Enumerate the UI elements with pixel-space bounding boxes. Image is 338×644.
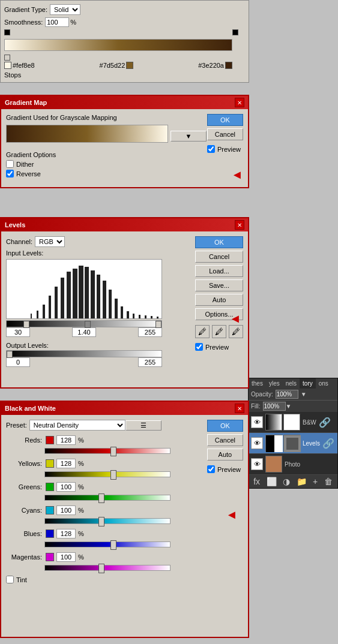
layer-mask-1 [283, 414, 300, 431]
reds-slider-thumb[interactable] [110, 447, 116, 456]
preset-menu-btn[interactable]: ☰ [125, 420, 161, 431]
magentas-input[interactable] [56, 552, 76, 562]
fill-dropdown[interactable]: ▼ [286, 403, 292, 410]
cyans-label: Cyans: [6, 507, 42, 514]
layer-item-3[interactable]: 👁 Photo [249, 454, 337, 475]
greens-slider-thumb[interactable] [98, 493, 104, 503]
greens-label: Greens: [6, 483, 42, 490]
levels-close-button[interactable]: ✕ [235, 220, 244, 230]
dither-checkbox[interactable] [6, 160, 14, 168]
levels-ok-button[interactable]: OK [195, 236, 243, 248]
input-low-thumb[interactable] [23, 321, 29, 328]
input-high-value[interactable] [138, 327, 162, 337]
smoothness-input[interactable] [45, 17, 69, 27]
magentas-slider-thumb[interactable] [98, 564, 104, 573]
output-low-value[interactable] [6, 357, 30, 367]
levels-preview-checkbox[interactable] [195, 343, 203, 351]
tab-thes[interactable]: thes [249, 378, 266, 389]
bw-auto-button[interactable]: Auto [207, 449, 243, 461]
gradient-map-dialog: Gradient Map ✕ Gradient Used for Graysca… [0, 95, 249, 188]
bw-cancel-button[interactable]: Cancel [207, 434, 243, 446]
preset-select[interactable]: Neutral Density [29, 420, 125, 431]
input-high-thumb[interactable] [155, 321, 161, 328]
white-eyedropper[interactable]: 🖉 [229, 325, 243, 338]
gradient-map-titlebar[interactable]: Gradient Map ✕ [1, 96, 248, 109]
output-levels-slider[interactable] [6, 350, 162, 357]
output-low-thumb[interactable] [7, 351, 13, 358]
yellows-slider-thumb[interactable] [110, 470, 116, 480]
levels-load-button[interactable]: Load... [195, 265, 243, 277]
gradient-map-ok-button[interactable]: OK [207, 114, 243, 126]
gradient-map-preview-checkbox[interactable] [207, 145, 215, 153]
layer-visibility-3[interactable]: 👁 [251, 458, 263, 470]
gradient-type-select[interactable]: Solid [50, 4, 80, 15]
blues-slider-thumb[interactable] [110, 540, 116, 550]
delete-layer-btn[interactable]: 🗑 [324, 477, 333, 486]
gradient-map-cancel-button[interactable]: Cancel [207, 128, 243, 140]
tab-nels[interactable]: nels [283, 378, 300, 389]
gradient-map-close-button[interactable]: ✕ [235, 98, 244, 107]
output-high-value[interactable] [138, 357, 162, 367]
add-style-btn[interactable]: fx [253, 477, 260, 486]
tint-row: Tint [6, 576, 180, 583]
opacity-dropdown[interactable]: ▼ [301, 391, 307, 398]
cyans-slider-thumb[interactable] [98, 517, 104, 526]
tab-yles[interactable]: yles [266, 378, 283, 389]
bw-titlebar[interactable]: Black and White ✕ [1, 402, 248, 415]
bw-close-button[interactable]: ✕ [235, 404, 244, 413]
svg-rect-6 [55, 287, 58, 319]
levels-titlebar[interactable]: Levels ✕ [1, 218, 248, 231]
color-stop-2[interactable]: #7d5d22 [100, 62, 134, 69]
tint-checkbox[interactable] [6, 576, 14, 583]
opacity-input[interactable] [276, 390, 298, 399]
input-mid-value[interactable] [72, 327, 96, 337]
reverse-checkbox[interactable] [6, 170, 14, 177]
svg-rect-23 [157, 317, 158, 319]
layer-item-1[interactable]: 👁 B&W 🔗 [249, 412, 337, 433]
svg-rect-18 [127, 311, 129, 319]
layer-item-2[interactable]: 👁 Levels 🔗 [249, 433, 337, 454]
add-layer-btn[interactable]: + [313, 477, 318, 486]
bw-ok-button[interactable]: OK [207, 420, 243, 432]
add-mask-btn[interactable]: ⬜ [267, 477, 277, 486]
dither-label: Dither [16, 161, 34, 168]
smoothness-unit: % [70, 19, 76, 26]
layers-opacity-bar: Opacity: ▼ [249, 389, 337, 400]
blues-input[interactable] [56, 529, 76, 538]
reds-input[interactable] [56, 435, 76, 445]
group-layers-btn[interactable]: 📁 [297, 477, 307, 486]
tab-tory[interactable]: tory [300, 378, 316, 389]
color-stop-1[interactable]: #fef8e8 [4, 62, 35, 69]
input-mid-thumb[interactable] [85, 321, 91, 328]
greens-dot [46, 483, 54, 491]
gradient-dropdown-btn[interactable]: ▼ [171, 131, 207, 142]
channel-select[interactable]: RGB [35, 236, 65, 247]
input-levels-label: Input Levels: [6, 249, 43, 257]
svg-rect-4 [43, 305, 45, 319]
input-levels-slider[interactable] [6, 320, 162, 327]
yellows-input[interactable] [56, 459, 76, 468]
svg-rect-15 [109, 290, 112, 319]
layer-visibility-2[interactable]: 👁 [251, 437, 263, 449]
gradient-bar[interactable] [4, 39, 232, 51]
color-stop-3[interactable]: #3e220a [198, 62, 232, 69]
fill-input[interactable] [263, 402, 286, 411]
cyans-input[interactable] [56, 505, 76, 515]
bw-preview-checkbox[interactable] [207, 465, 215, 473]
svg-rect-2 [31, 314, 32, 319]
magentas-pct: % [78, 553, 85, 561]
input-low-value[interactable] [6, 327, 30, 337]
gray-eyedropper[interactable]: 🖉 [212, 325, 226, 338]
levels-preview-label: Preview [205, 344, 229, 351]
levels-auto-button[interactable]: Auto [195, 294, 243, 306]
gradient-map-preview[interactable] [6, 125, 168, 143]
tab-ons[interactable]: ons [316, 378, 331, 389]
histogram [6, 259, 162, 319]
levels-cancel-button[interactable]: Cancel [195, 251, 243, 263]
layer-visibility-1[interactable]: 👁 [251, 416, 263, 428]
svg-rect-14 [103, 281, 106, 319]
black-eyedropper[interactable]: 🖉 [195, 325, 210, 338]
levels-save-button[interactable]: Save... [195, 279, 243, 291]
greens-input[interactable] [56, 482, 76, 492]
add-adjustment-btn[interactable]: ◑ [283, 477, 290, 486]
